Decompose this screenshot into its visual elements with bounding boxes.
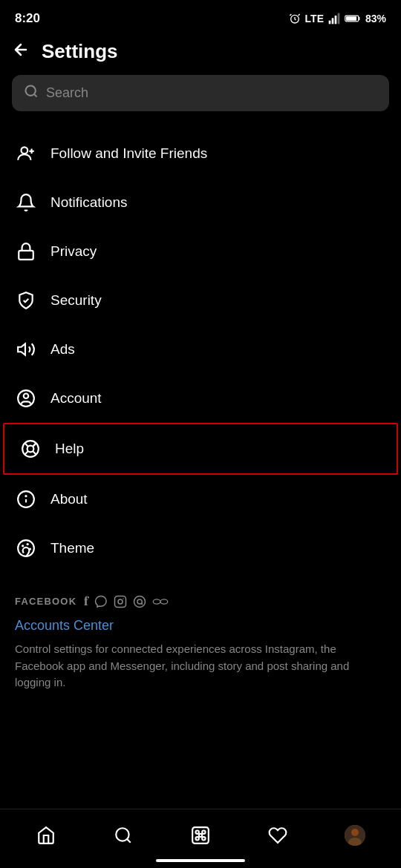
signal-icon <box>328 13 340 24</box>
accounts-center-link[interactable]: Accounts Center <box>15 618 386 634</box>
svg-point-30 <box>118 599 123 604</box>
nav-search[interactable] <box>101 819 146 852</box>
menu-label-ads: Ads <box>50 341 75 358</box>
bottom-nav <box>0 809 401 868</box>
svg-point-32 <box>134 596 146 607</box>
svg-point-27 <box>27 543 29 545</box>
svg-point-44 <box>351 829 359 836</box>
svg-rect-37 <box>192 827 209 844</box>
svg-point-31 <box>123 598 125 599</box>
alarm-icon <box>289 13 301 24</box>
reels-icon <box>190 825 211 846</box>
bell-icon <box>15 191 37 214</box>
page-title: Settings <box>42 40 118 63</box>
menu-item-follow[interactable]: Follow and Invite Friends <box>0 129 401 178</box>
svg-point-14 <box>24 394 29 399</box>
menu-label-theme: Theme <box>50 540 94 556</box>
meta-icon <box>152 596 169 607</box>
add-person-icon <box>15 142 37 165</box>
menu-label-follow: Follow and Invite Friends <box>50 145 207 162</box>
svg-point-34 <box>160 599 168 603</box>
person-circle-icon <box>15 387 37 410</box>
battery-icon <box>345 13 361 24</box>
accounts-description: Control settings for connected experienc… <box>15 641 386 691</box>
page-header: Settings <box>0 33 401 75</box>
info-circle-icon <box>15 488 37 510</box>
life-ring-icon <box>19 438 42 460</box>
network-label: LTE <box>305 13 324 24</box>
svg-point-42 <box>199 833 202 836</box>
menu-item-privacy[interactable]: Privacy <box>0 227 401 276</box>
svg-line-18 <box>33 451 36 455</box>
status-bar: 8:20 LTE 83% <box>0 0 401 33</box>
facebook-header: FACEBOOK 𝐟 <box>15 594 386 609</box>
profile-avatar <box>345 825 365 846</box>
menu-item-notifications[interactable]: Notifications <box>0 178 401 227</box>
facebook-icons: 𝐟 <box>84 594 169 609</box>
back-button[interactable] <box>12 41 30 63</box>
svg-rect-11 <box>19 251 33 260</box>
whatsapp-icon <box>133 595 146 608</box>
svg-point-41 <box>202 837 205 840</box>
megaphone-icon <box>15 338 37 361</box>
svg-point-16 <box>27 446 34 453</box>
menu-item-account[interactable]: Account <box>0 374 401 423</box>
svg-rect-3 <box>335 16 337 24</box>
lock-icon <box>15 240 37 263</box>
facebook-section: FACEBOOK 𝐟 Acc <box>0 579 401 697</box>
facebook-icon: 𝐟 <box>84 594 88 609</box>
menu-item-about[interactable]: About <box>0 475 401 524</box>
svg-point-26 <box>22 545 24 547</box>
svg-line-20 <box>33 444 36 447</box>
svg-point-39 <box>202 830 205 833</box>
menu-label-about: About <box>50 491 88 507</box>
nav-heart[interactable] <box>255 819 300 852</box>
menu-label-security: Security <box>50 292 102 309</box>
menu-item-help[interactable]: Help <box>3 423 398 475</box>
nav-profile[interactable] <box>333 819 377 852</box>
settings-menu: Follow and Invite Friends Notifications … <box>0 123 401 579</box>
svg-rect-29 <box>115 596 126 607</box>
instagram-icon <box>114 595 127 608</box>
status-time: 8:20 <box>15 11 40 26</box>
search-nav-icon <box>113 825 134 846</box>
shield-icon <box>15 289 37 312</box>
svg-rect-1 <box>329 21 331 24</box>
svg-rect-4 <box>338 13 340 24</box>
search-container[interactable]: Search <box>12 75 389 111</box>
menu-label-notifications: Notifications <box>50 194 128 211</box>
messenger-icon <box>94 595 108 608</box>
svg-point-40 <box>196 837 199 840</box>
search-bar[interactable]: Search <box>12 75 389 111</box>
nav-home[interactable] <box>24 819 68 852</box>
svg-line-36 <box>127 839 131 843</box>
svg-point-33 <box>154 599 161 603</box>
home-indicator <box>156 859 245 862</box>
menu-label-privacy: Privacy <box>50 243 97 260</box>
menu-label-help: Help <box>55 441 84 457</box>
home-icon <box>36 825 56 846</box>
palette-icon <box>15 537 37 559</box>
search-icon <box>24 84 39 102</box>
battery-label: 83% <box>365 13 386 24</box>
status-icons: LTE 83% <box>289 13 386 24</box>
search-placeholder: Search <box>46 85 88 101</box>
nav-reels[interactable] <box>178 819 223 852</box>
menu-label-account: Account <box>50 390 102 407</box>
svg-point-35 <box>116 828 128 841</box>
menu-item-theme[interactable]: Theme <box>0 524 401 573</box>
svg-marker-12 <box>18 343 25 355</box>
menu-item-ads[interactable]: Ads <box>0 325 401 374</box>
svg-rect-6 <box>346 16 356 21</box>
svg-point-7 <box>26 86 36 96</box>
svg-point-8 <box>22 147 28 154</box>
svg-line-17 <box>25 443 28 447</box>
menu-item-security[interactable]: Security <box>0 276 401 325</box>
svg-rect-2 <box>332 18 334 24</box>
facebook-label: FACEBOOK <box>15 596 76 607</box>
svg-line-21 <box>25 451 28 455</box>
svg-point-38 <box>196 830 199 833</box>
heart-icon <box>267 825 288 846</box>
